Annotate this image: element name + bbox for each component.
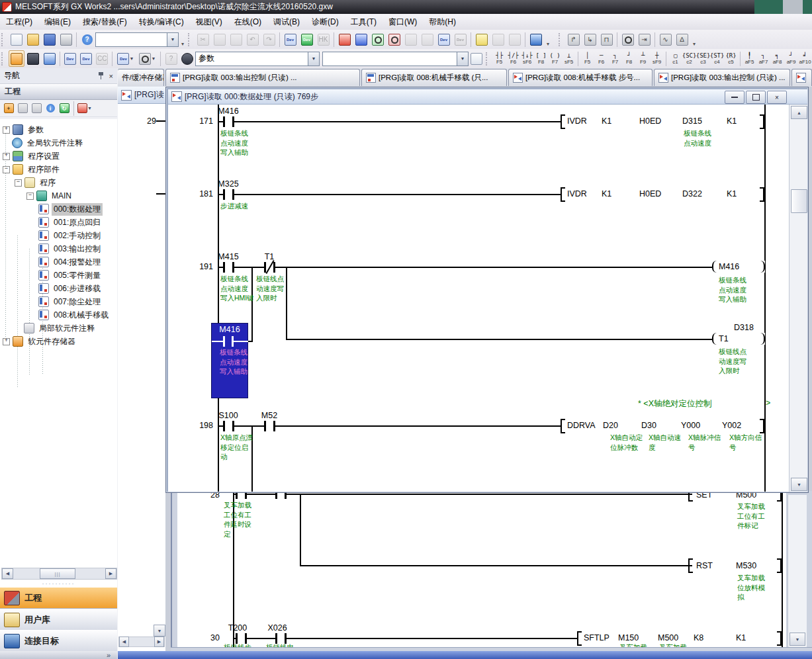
menu-item[interactable]: 视图(V): [190, 15, 228, 30]
device-memory-icon[interactable]: Dev: [79, 51, 93, 66]
panel-drag-handle[interactable]: ··········: [0, 580, 117, 587]
trend-chart-icon[interactable]: ∿: [658, 32, 673, 47]
tree-item-program-setting[interactable]: 程序设置: [0, 150, 117, 163]
hscroll-thumb[interactable]: |||: [40, 568, 75, 579]
tree-item-006[interactable]: 006:步进移载: [0, 282, 117, 295]
ladder-symbol-button[interactable]: ┴F9: [636, 50, 650, 67]
device-search-icon[interactable]: [620, 32, 635, 47]
cut-button[interactable]: ✂: [195, 32, 210, 47]
read-from-plc-icon[interactable]: [353, 32, 369, 47]
collapse-icon[interactable]: [3, 166, 10, 173]
scroll-down-icon[interactable]: ▼: [789, 633, 805, 646]
list-view-icon[interactable]: [42, 51, 56, 66]
restore-button[interactable]: [746, 91, 766, 104]
tree-item-007[interactable]: 007:除尘处理: [0, 295, 117, 308]
redo-button[interactable]: ↷: [261, 32, 277, 47]
menu-item[interactable]: 工程(P): [0, 15, 38, 30]
ladder-symbol-button[interactable]: ╛aF10: [798, 50, 812, 67]
ladder-symbol-button[interactable]: ┐aF7: [756, 50, 770, 67]
left-window-hscrollbar[interactable]: ◀ ▶: [118, 637, 165, 647]
copy-item-icon[interactable]: [16, 102, 29, 114]
ladder-symbol-button[interactable]: ┼sF9: [650, 50, 664, 67]
ladder-symbol-button[interactable]: {ST}c4: [710, 50, 724, 67]
stop-monitor-icon[interactable]: Dev: [453, 32, 468, 47]
tree-item-002[interactable]: 002:手动控制: [0, 229, 117, 242]
scroll-left-icon[interactable]: ◀: [2, 568, 13, 579]
tree-item-parameter[interactable]: 参数: [0, 123, 117, 136]
device-comment-icon[interactable]: Dev: [63, 51, 77, 66]
ladder-symbol-button[interactable]: {SE}c3: [696, 50, 710, 67]
close-button[interactable]: ×: [767, 91, 787, 104]
selected-contact-m416[interactable]: M416 板链条线点动速度写入辅助: [211, 323, 248, 398]
paste-button[interactable]: [228, 32, 244, 47]
device-display-dropdown[interactable]: Dev▼: [115, 51, 136, 66]
menu-item[interactable]: 编辑(E): [38, 15, 77, 30]
quick-access-combo[interactable]: ▼: [95, 32, 179, 47]
pin-icon[interactable]: [98, 72, 104, 79]
project-view-button[interactable]: 工程: [0, 587, 117, 609]
toolbar-overflow-icon[interactable]: ▾: [179, 32, 187, 47]
paste-item-icon[interactable]: [30, 102, 43, 114]
ladder-symbol-button[interactable]: ┐F7: [608, 50, 622, 67]
ladder-symbol-button[interactable]: ╕aF8: [770, 50, 784, 67]
device-key-icon[interactable]: HK: [316, 32, 331, 47]
bottom-window-vscrollbar[interactable]: ▼: [788, 495, 807, 647]
ladder-symbol-button[interactable]: {R}c5: [724, 50, 738, 67]
undo-button[interactable]: ↶: [245, 32, 260, 47]
ladder-symbol-button[interactable]: ─F6: [594, 50, 608, 67]
navigation-hscrollbar[interactable]: ◀ ||| ▶: [1, 568, 117, 580]
window-title-bar[interactable]: [PRG]读: [118, 87, 165, 104]
window-title-bar[interactable]: [PRG]读取 000:数据处理 (只读) 769步: [168, 89, 807, 105]
tab-prg-003[interactable]: [PRG]读取 003:输出控制 (只读) ...: [165, 69, 360, 86]
scroll-right-icon[interactable]: ▶: [105, 568, 116, 579]
user-library-button[interactable]: 用户库: [0, 609, 117, 631]
tree-item-003[interactable]: 003:输出控制: [0, 242, 117, 255]
verify-monitor-icon[interactable]: [370, 32, 385, 47]
scroll-left-icon[interactable]: ◀: [119, 637, 129, 647]
ladder-vscrollbar[interactable]: ▲ ▼: [789, 105, 807, 492]
tree-item-008[interactable]: 008:机械手移载: [0, 308, 117, 322]
verify-stop-icon[interactable]: [386, 32, 402, 47]
find-value-combo[interactable]: ▼: [322, 52, 469, 66]
tab-prg-008[interactable]: [PRG]读取 008:机械手移载 (只...: [361, 69, 507, 86]
menu-item[interactable]: 诊断(D): [306, 15, 345, 30]
new-project-button[interactable]: [9, 32, 24, 47]
expand-icon[interactable]: [3, 338, 10, 345]
info-icon[interactable]: i: [44, 102, 57, 114]
expand-icon[interactable]: [3, 153, 10, 160]
find-binoculars-icon[interactable]: [180, 51, 195, 66]
vscroll-thumb[interactable]: [791, 189, 807, 213]
device-chip-icon[interactable]: [26, 51, 40, 66]
ladder-symbol-button[interactable]: ▢c1: [668, 50, 682, 67]
tree-item-local-comment[interactable]: 局部软元件注释: [0, 322, 117, 335]
scroll-down-icon[interactable]: ▼: [791, 478, 807, 491]
tree-item-pou[interactable]: 程序部件: [0, 163, 117, 176]
write-to-plc-icon[interactable]: [337, 32, 352, 47]
ladder-symbol-button[interactable]: ⊥sF5: [562, 50, 576, 67]
new-item-icon[interactable]: +: [2, 102, 15, 114]
minimize-button[interactable]: [725, 91, 744, 104]
start-monitor-icon[interactable]: Dev: [436, 32, 451, 47]
toolbar-overflow-icon[interactable]: ▾: [544, 32, 552, 47]
menu-item[interactable]: 窗口(W): [383, 15, 423, 30]
close-icon[interactable]: ×: [109, 72, 113, 80]
ladder-symbol-button[interactable]: ┘F8: [622, 50, 636, 67]
ladder-symbol-button[interactable]: [ ]F8: [534, 50, 548, 67]
menu-item[interactable]: 转换/编译(C): [133, 15, 190, 30]
statement-note-icon[interactable]: [474, 32, 489, 47]
collapse-icon[interactable]: [26, 193, 34, 200]
menu-item[interactable]: 帮助(H): [423, 15, 462, 30]
toolbar-overflow-icon[interactable]: ▾: [690, 32, 698, 47]
ladder-symbol-button[interactable]: ┤/├F6: [506, 50, 520, 67]
connection-target-button[interactable]: 连接目标: [0, 630, 117, 652]
ladder-symbol-button[interactable]: │F5: [580, 50, 594, 67]
ladder-symbol-button[interactable]: {SC}c2: [682, 50, 696, 67]
tree-item-001[interactable]: 001:原点回归: [0, 216, 117, 229]
find-target-combo[interactable]: 参数▼: [195, 52, 320, 66]
menu-item[interactable]: 在线(O): [228, 15, 267, 30]
tree-item-main[interactable]: MAIN: [0, 189, 117, 202]
ladder-symbol-button[interactable]: ( )F7: [548, 50, 562, 67]
jump-icon[interactable]: ⇥: [637, 32, 652, 47]
zoom-dropdown[interactable]: ▼: [137, 51, 158, 66]
ladder-symbol-button[interactable]: ╿aF5: [743, 50, 756, 67]
